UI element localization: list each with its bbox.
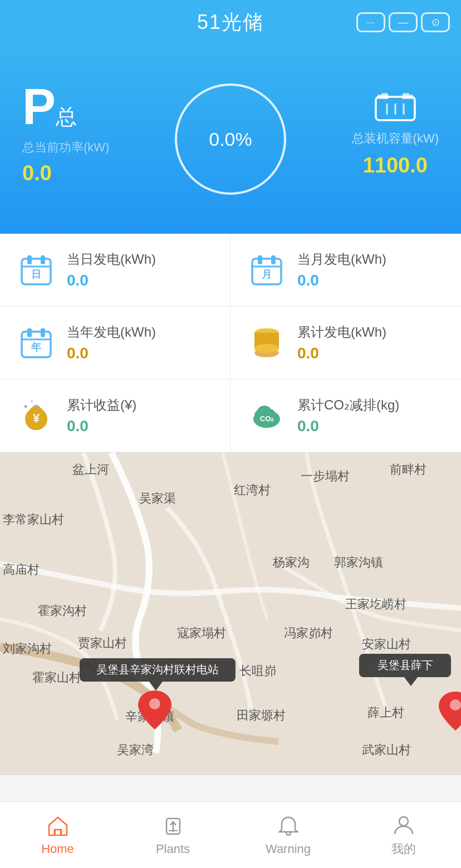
svg-text:前畔村: 前畔村 xyxy=(390,462,426,476)
svg-point-71 xyxy=(149,698,160,709)
hero-right: 总装机容量(kW) 1100.0 xyxy=(352,90,439,177)
status-icon-circle: ⊙ xyxy=(421,12,450,32)
svg-rect-11 xyxy=(41,255,45,264)
svg-text:月: 月 xyxy=(262,269,272,280)
bottom-nav: Home Plants Warning xyxy=(0,801,461,868)
svg-text:吴家湾: 吴家湾 xyxy=(117,743,154,757)
svg-text:薛上村: 薛上村 xyxy=(367,706,404,719)
status-icons: ··· — ⊙ xyxy=(356,12,450,32)
nav-plants[interactable]: Plants xyxy=(115,802,230,868)
calendar-year-icon: 年 xyxy=(17,323,56,362)
p-total-label: P 总 xyxy=(22,82,109,134)
nav-warning-label: Warning xyxy=(266,842,311,856)
svg-point-73 xyxy=(450,699,461,711)
svg-text:霍家沟村: 霍家沟村 xyxy=(38,604,87,618)
svg-text:杨家沟: 杨家沟 xyxy=(272,555,310,569)
stat-monthly-label: 当月发电(kWh) xyxy=(297,250,386,268)
stat-co2: CO₂ 累计CO₂减排(kg) 0.0 xyxy=(230,379,461,452)
stat-yearly: 年 当年发电(kWh) 0.0 xyxy=(0,307,230,379)
svg-text:吴家渠: 吴家渠 xyxy=(139,491,176,505)
stat-co2-label: 累计CO₂减排(kg) xyxy=(297,396,399,414)
hero-section: P 总 总当前功率(kW) 0.0 0.0% 总装机容量(k xyxy=(0,45,461,234)
p-sub: 总 xyxy=(56,103,77,131)
svg-text:✦: ✦ xyxy=(23,403,28,411)
app-title: 51光储 xyxy=(197,9,264,36)
svg-rect-15 xyxy=(258,255,262,264)
coins-icon xyxy=(247,323,286,362)
svg-rect-21 xyxy=(41,328,45,337)
svg-text:盆上河: 盆上河 xyxy=(72,462,109,476)
stat-co2-info: 累计CO₂减排(kg) 0.0 xyxy=(297,396,399,435)
nav-mine-label: 我的 xyxy=(391,841,416,857)
svg-rect-7 xyxy=(403,93,409,98)
svg-text:日: 日 xyxy=(31,269,41,280)
stat-cumulative: 累计发电(kWh) 0.0 xyxy=(230,307,461,379)
stat-monthly: 月 当月发电(kWh) 0.0 xyxy=(230,234,461,307)
hero-circle: 0.0% xyxy=(175,83,286,195)
hero-capacity-value: 1100.0 xyxy=(363,154,428,177)
calendar-month-icon: 月 xyxy=(247,250,286,289)
stats-grid: 日 当日发电(kWh) 0.0 月 当月发电(kWh) 0.0 xyxy=(0,234,461,452)
hero-capacity-label: 总装机容量(kW) xyxy=(352,130,439,147)
svg-text:高庙村: 高庙村 xyxy=(3,563,40,576)
stat-co2-value: 0.0 xyxy=(297,417,399,435)
nav-home-label: Home xyxy=(41,842,74,856)
nav-warning[interactable]: Warning xyxy=(230,802,346,868)
svg-text:红湾村: 红湾村 xyxy=(234,483,271,497)
svg-text:刘家沟村: 刘家沟村 xyxy=(3,642,52,655)
hero-p-desc: 总当前功率(kW) xyxy=(22,139,109,156)
hero-left: P 总 总当前功率(kW) 0.0 xyxy=(22,82,109,185)
stat-cumulative-info: 累计发电(kWh) 0.0 xyxy=(297,323,386,362)
nav-home[interactable]: Home xyxy=(0,802,115,868)
svg-rect-6 xyxy=(381,93,388,98)
money-bag-icon: ✦ ✦ ¥ xyxy=(17,396,56,435)
p-big: P xyxy=(22,82,56,132)
svg-text:王家圪崂村: 王家圪崂村 xyxy=(345,597,406,611)
svg-text:✦: ✦ xyxy=(30,399,34,405)
person-icon xyxy=(391,813,416,837)
status-icon-dots: ··· xyxy=(356,12,385,32)
svg-text:贾家山村: 贾家山村 xyxy=(78,636,127,650)
nav-mine[interactable]: 我的 xyxy=(346,802,461,868)
svg-text:吴堡县辛家沟村联村电站: 吴堡县辛家沟村联村电站 xyxy=(96,663,219,675)
svg-rect-10 xyxy=(27,255,32,264)
svg-rect-20 xyxy=(27,328,32,337)
svg-text:年: 年 xyxy=(31,342,42,353)
stat-daily-value: 0.0 xyxy=(67,272,156,289)
stat-daily-label: 当日发电(kWh) xyxy=(67,250,156,268)
svg-point-78 xyxy=(399,817,408,826)
bell-icon xyxy=(276,814,301,839)
stat-yearly-value: 0.0 xyxy=(67,344,156,362)
stat-yearly-label: 当年发电(kWh) xyxy=(67,323,156,341)
stat-yearly-info: 当年发电(kWh) 0.0 xyxy=(67,323,156,362)
svg-text:¥: ¥ xyxy=(33,411,40,425)
home-icon xyxy=(46,814,70,839)
map-area[interactable]: 盆上河 吴家渠 红湾村 一步塌村 前畔村 李常家山村 高庙村 杨家沟 郭家沟镇 … xyxy=(0,452,461,775)
stat-cumulative-value: 0.0 xyxy=(297,344,386,362)
stat-income-label: 累计收益(¥) xyxy=(67,396,136,414)
svg-point-30 xyxy=(254,344,279,353)
hero-p-value: 0.0 xyxy=(22,161,109,185)
svg-text:安家山村: 安家山村 xyxy=(362,637,411,651)
hero-circle-percent: 0.0% xyxy=(209,129,252,150)
svg-rect-16 xyxy=(271,255,276,264)
stat-cumulative-label: 累计发电(kWh) xyxy=(297,323,386,341)
svg-text:田家塬村: 田家塬村 xyxy=(237,708,286,722)
svg-text:长咀峁: 长咀峁 xyxy=(239,664,276,678)
svg-text:李常家山村: 李常家山村 xyxy=(3,512,64,526)
svg-text:寇家塌村: 寇家塌村 xyxy=(177,626,226,640)
stat-income-info: 累计收益(¥) 0.0 xyxy=(67,396,136,435)
stat-income-value: 0.0 xyxy=(67,417,136,435)
svg-text:一步塌村: 一步塌村 xyxy=(301,469,350,483)
svg-text:冯家峁村: 冯家峁村 xyxy=(284,626,333,640)
cloud-co2-icon: CO₂ xyxy=(247,396,286,435)
stat-income: ✦ ✦ ¥ 累计收益(¥) 0.0 xyxy=(0,379,230,452)
svg-text:CO₂: CO₂ xyxy=(260,415,274,423)
stat-monthly-info: 当月发电(kWh) 0.0 xyxy=(297,250,386,289)
stat-daily: 日 当日发电(kWh) 0.0 xyxy=(0,234,230,307)
calendar-day-icon: 日 xyxy=(17,250,56,289)
stat-daily-info: 当日发电(kWh) 0.0 xyxy=(67,250,156,289)
svg-text:郭家沟镇: 郭家沟镇 xyxy=(334,555,383,569)
nav-plants-label: Plants xyxy=(156,842,190,856)
svg-rect-74 xyxy=(55,830,61,835)
